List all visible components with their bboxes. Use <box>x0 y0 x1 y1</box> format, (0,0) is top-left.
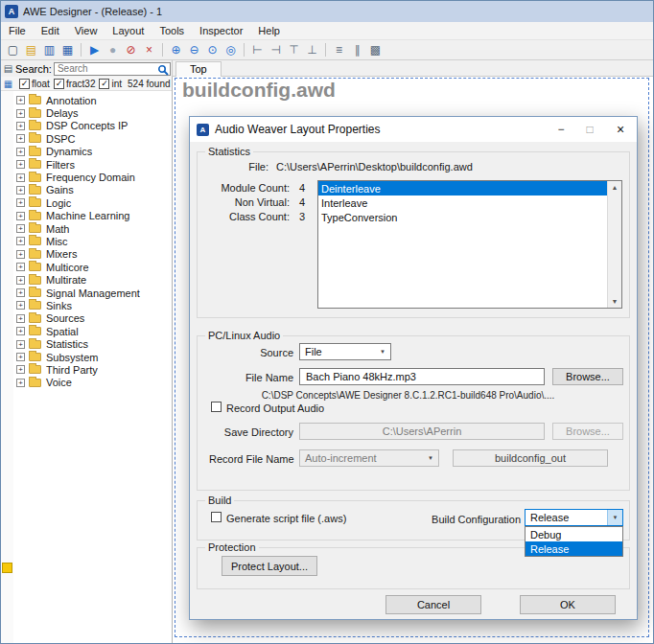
disconnect-icon[interactable]: × <box>141 42 157 58</box>
scroll-up-icon[interactable]: ▲ <box>608 184 621 191</box>
source-combo[interactable]: File ▼ <box>299 343 391 360</box>
search-input[interactable] <box>55 63 170 75</box>
cancel-button[interactable]: Cancel <box>385 595 481 614</box>
dropdown-option-release[interactable]: Release <box>526 541 622 556</box>
tree-item-multicore[interactable]: +Multicore <box>13 261 172 273</box>
run-icon[interactable]: ▶ <box>86 42 103 58</box>
dialog-title-bar[interactable]: A Audio Weaver Layout Properties − □ × <box>190 117 637 142</box>
tree-item-signal-management[interactable]: +Signal Management <box>13 287 172 299</box>
pause-icon[interactable]: ● <box>105 42 121 58</box>
int-checkbox[interactable]: ✓ <box>99 79 109 89</box>
expand-icon[interactable]: + <box>16 109 25 118</box>
expand-icon[interactable]: + <box>16 186 25 195</box>
tree-item-sources[interactable]: +Sources <box>13 312 172 325</box>
tree-item-frequency-domain[interactable]: +Frequency Domain <box>13 171 172 183</box>
expand-icon[interactable]: + <box>16 327 25 335</box>
menu-file[interactable]: File <box>1 23 34 38</box>
float-checkbox[interactable]: ✓ <box>19 79 30 89</box>
expand-icon[interactable]: + <box>16 122 25 130</box>
scroll-down-icon[interactable]: ▼ <box>608 298 621 305</box>
expand-icon[interactable]: + <box>16 301 25 310</box>
tree-item-subsystem[interactable]: +Subsystem <box>13 351 172 363</box>
expand-icon[interactable]: + <box>16 379 25 387</box>
tree-item-spatial[interactable]: +Spatial <box>13 325 172 337</box>
tree-item-misc[interactable]: +Misc <box>13 235 172 247</box>
expand-icon[interactable]: + <box>16 314 25 323</box>
tab-top[interactable]: Top <box>175 61 222 77</box>
expand-icon[interactable]: + <box>16 365 25 374</box>
list-item-typeconversion[interactable]: TypeConversion <box>318 210 607 224</box>
expand-icon[interactable]: + <box>16 237 25 245</box>
expand-icon[interactable]: + <box>16 250 25 259</box>
distribute-h-icon[interactable]: ≡ <box>331 42 347 58</box>
maximize-button[interactable]: □ <box>575 117 604 142</box>
tree-item-multirate[interactable]: +Multirate <box>13 273 172 286</box>
tree-item-machine-learning[interactable]: +Machine Learning <box>13 210 172 222</box>
listbox-scrollbar[interactable]: ▲ ▼ <box>607 181 621 308</box>
filter-grid-icon[interactable]: ▦ <box>3 79 13 89</box>
distribute-v-icon[interactable]: ∥ <box>349 42 365 58</box>
tree-item-logic[interactable]: +Logic <box>13 196 172 209</box>
protect-layout-button[interactable]: Protect Layout... <box>222 556 317 576</box>
ok-button[interactable]: OK <box>520 595 616 614</box>
menu-tools[interactable]: Tools <box>152 23 192 38</box>
grid-icon[interactable]: ▩ <box>367 42 384 58</box>
module-class-listbox[interactable]: Deinterleave Interleave TypeConversion ▲… <box>317 180 622 309</box>
tree-item-annotation[interactable]: +Annotation <box>13 94 172 106</box>
tree-item-dspc[interactable]: +DSPC <box>13 132 172 145</box>
tree-item-math[interactable]: +Math <box>13 222 172 235</box>
title-bar[interactable]: A AWE Designer - (Release) - 1 <box>1 1 653 22</box>
tree-item-dsp-concepts-ip[interactable]: +DSP Concepts IP <box>13 120 172 132</box>
zoom-out-icon[interactable]: ⊖ <box>186 42 202 58</box>
expand-icon[interactable]: + <box>16 353 25 361</box>
new-icon[interactable]: ▢ <box>5 42 21 58</box>
menu-edit[interactable]: Edit <box>34 23 67 38</box>
tree-item-sinks[interactable]: +Sinks <box>13 299 172 311</box>
minimize-button[interactable]: − <box>547 117 575 142</box>
list-item-interleave[interactable]: Interleave <box>318 196 607 210</box>
expand-icon[interactable]: + <box>16 198 25 207</box>
expand-icon[interactable]: + <box>16 288 25 297</box>
tree-item-filters[interactable]: +Filters <box>13 158 172 171</box>
modules-panel-icon[interactable]: ▤ <box>3 63 13 74</box>
tree-item-delays[interactable]: +Delays <box>13 106 172 119</box>
save-icon[interactable]: ▥ <box>41 42 58 58</box>
menu-help[interactable]: Help <box>250 23 288 38</box>
zoom-actual-icon[interactable]: ◎ <box>222 42 239 58</box>
fract32-checkbox[interactable]: ✓ <box>54 79 64 89</box>
record-output-checkbox[interactable] <box>211 402 222 412</box>
close-icon[interactable]: × <box>604 117 637 142</box>
align-top-icon[interactable]: ⊤ <box>286 42 302 58</box>
file-name-input[interactable] <box>299 368 545 385</box>
align-right-icon[interactable]: ⊣ <box>268 42 284 58</box>
menu-inspector[interactable]: Inspector <box>192 23 250 38</box>
save-all-icon[interactable]: ▦ <box>59 42 76 58</box>
generate-script-checkbox[interactable] <box>211 512 222 522</box>
expand-icon[interactable]: + <box>16 340 25 349</box>
expand-icon[interactable]: + <box>16 276 25 285</box>
tree-item-gains[interactable]: +Gains <box>13 184 172 196</box>
stop-icon[interactable]: ⊘ <box>123 42 139 58</box>
file-browse-button[interactable]: Browse... <box>552 368 623 385</box>
menu-view[interactable]: View <box>67 23 105 38</box>
zoom-in-icon[interactable]: ⊕ <box>168 42 184 58</box>
expand-icon[interactable]: + <box>16 212 25 220</box>
expand-icon[interactable]: + <box>16 160 25 169</box>
tree-item-voice[interactable]: +Voice <box>13 377 172 389</box>
expand-icon[interactable]: + <box>16 263 25 271</box>
expand-icon[interactable]: + <box>16 173 25 182</box>
list-item-deinterleave[interactable]: Deinterleave <box>318 181 607 196</box>
expand-icon[interactable]: + <box>16 224 25 233</box>
zoom-fit-icon[interactable]: ⊙ <box>204 42 221 58</box>
expand-icon[interactable]: + <box>16 148 25 156</box>
expand-icon[interactable]: + <box>16 96 25 104</box>
tree-item-third-party[interactable]: +Third Party <box>13 363 172 376</box>
align-bottom-icon[interactable]: ⊥ <box>304 42 320 58</box>
open-icon[interactable]: ▤ <box>23 42 39 58</box>
menu-layout[interactable]: Layout <box>105 23 152 38</box>
search-icon[interactable] <box>157 64 169 76</box>
tree-item-dynamics[interactable]: +Dynamics <box>13 146 172 158</box>
annotation-tool-icon[interactable] <box>2 563 12 573</box>
tree-item-mixers[interactable]: +Mixers <box>13 248 172 261</box>
build-configuration-combo[interactable]: Release ▼ <box>525 509 623 526</box>
